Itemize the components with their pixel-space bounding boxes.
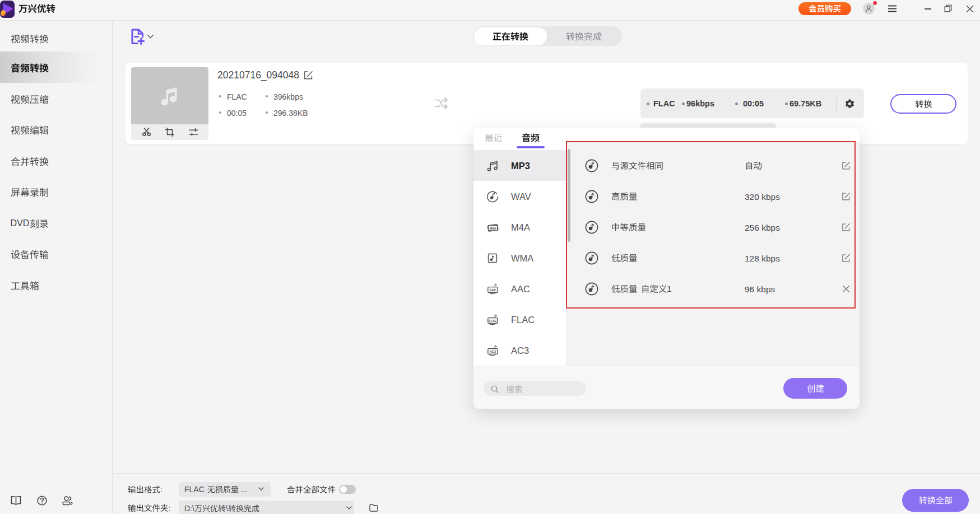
svg-text:M4A: M4A [490, 226, 496, 230]
svg-text:FLAC: FLAC [489, 319, 496, 322]
svg-text:AC3: AC3 [490, 349, 496, 353]
svg-text:AAC: AAC [490, 288, 496, 291]
